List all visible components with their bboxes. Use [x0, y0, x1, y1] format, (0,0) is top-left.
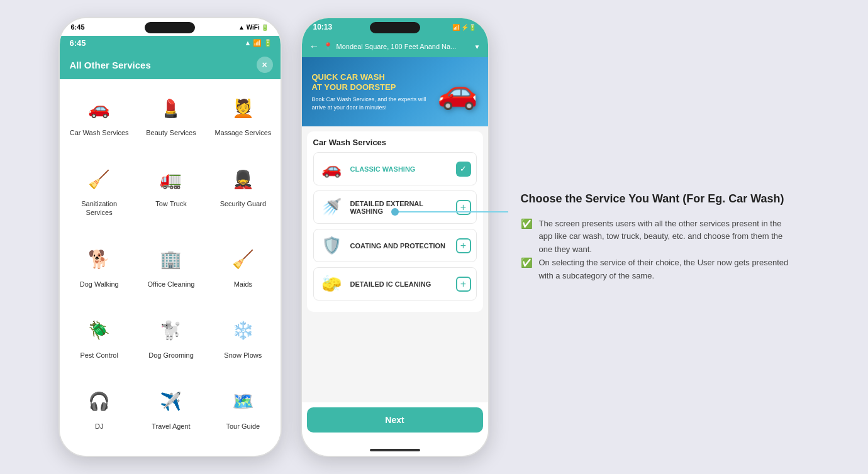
- annotation-point-text: On selecting the service of their choice…: [539, 256, 798, 283]
- right-notch-cutout: [370, 22, 420, 33]
- wash-service-name: DETAILED IC CLEANING: [350, 280, 456, 288]
- notch-cutout: [145, 22, 195, 33]
- service-item-label: Dog Walking: [80, 280, 119, 289]
- service-icon: 🪲: [83, 314, 116, 347]
- plus-icon[interactable]: +: [456, 277, 471, 292]
- location-chevron-icon[interactable]: ▼: [474, 43, 481, 50]
- right-status-icons: 📶 ⚡🔋: [452, 24, 477, 31]
- wash-service-name: CLASSIC WASHING: [350, 165, 456, 173]
- service-icon: ✈️: [155, 385, 187, 418]
- service-item-label: Tow Truck: [155, 199, 187, 208]
- banner-title: QUICK CAR WASHAT YOUR DOORSTEP: [312, 72, 437, 94]
- plus-icon[interactable]: +: [456, 238, 471, 253]
- service-grid-item[interactable]: 💄 Beauty Services: [136, 84, 206, 153]
- left-status-bar: 6:45 ▲ 📶 🔋: [60, 36, 282, 50]
- wash-service-item[interactable]: 🚿 DETAILED EXTERNAL WASHING +: [313, 190, 477, 224]
- annotation-point: ✅ On selecting the service of their choi…: [521, 256, 798, 283]
- location-bar: ← 📍 Mondeal Square, 100 Feet Anand Na...…: [302, 36, 488, 57]
- wash-service-icon: 🛡️: [319, 236, 344, 255]
- service-grid-item[interactable]: 🐕 Dog Walking: [65, 236, 134, 304]
- wash-service-icon: 🚿: [319, 197, 344, 217]
- service-item-label: Security Guard: [220, 199, 266, 208]
- next-btn-container: Next: [302, 402, 488, 443]
- connector-line: [395, 211, 508, 212]
- service-item-label: Massage Services: [214, 128, 271, 137]
- service-grid-item[interactable]: 🧹 Sanitization Services: [65, 155, 134, 233]
- service-icon: 🐕: [83, 243, 116, 276]
- annotation-check-icon: ✅: [521, 257, 533, 268]
- annotation-point: ✅ The screen presents users with all the…: [521, 218, 798, 256]
- check-icon: ✓: [456, 162, 471, 177]
- annotation-check-icon: ✅: [521, 218, 533, 229]
- service-grid-item[interactable]: 🐩 Dog Grooming: [136, 307, 206, 375]
- car-wash-services-section: Car Wash Services 🚗 CLASSIC WASHING ✓ 🚿 …: [307, 131, 483, 312]
- wash-items-list: 🚗 CLASSIC WASHING ✓ 🚿 DETAILED EXTERNAL …: [313, 152, 477, 300]
- service-grid-item[interactable]: 💆 Massage Services: [208, 84, 277, 153]
- service-icon: 🧹: [83, 163, 116, 196]
- service-item-label: Sanitization Services: [69, 199, 130, 218]
- service-grid-item[interactable]: ❄️ Snow Plows: [208, 307, 277, 375]
- service-item-label: Beauty Services: [146, 128, 196, 137]
- section-title: Car Wash Services: [313, 138, 477, 147]
- service-item-label: Tour Guide: [226, 422, 260, 431]
- services-grid: 🚗 Car Wash Services 💄 Beauty Services 💆 …: [60, 79, 282, 451]
- service-item-label: Car Wash Services: [70, 128, 129, 137]
- service-grid-item[interactable]: 💂 Security Guard: [208, 155, 277, 233]
- service-icon: ❄️: [226, 314, 259, 347]
- service-grid-item[interactable]: 🧹 Maids: [208, 236, 277, 304]
- service-grid-item[interactable]: 🚛 Tow Truck: [136, 155, 206, 233]
- wash-service-item[interactable]: 🚗 CLASSIC WASHING ✓: [313, 152, 477, 185]
- location-pin-icon: 📍: [323, 42, 333, 51]
- right-phone: 10:13 📶 ⚡🔋 ← 📍 Mondeal Square, 100 Feet …: [301, 17, 489, 457]
- left-phone: 6:45 ▲ WiFi 🔋 6:45 ▲ 📶 🔋 All Other Servi…: [58, 17, 282, 457]
- wash-service-icon: 🚗: [319, 159, 344, 179]
- service-grid-item[interactable]: 🏢 Office Cleaning: [136, 236, 206, 304]
- location-text: Mondeal Square, 100 Feet Anand Na...: [337, 43, 470, 50]
- service-item-label: Pest Control: [80, 351, 118, 360]
- next-button[interactable]: Next: [307, 407, 483, 433]
- back-arrow-icon[interactable]: ←: [309, 41, 320, 52]
- service-item-label: Travel Agent: [152, 422, 190, 431]
- service-grid-item[interactable]: 🗺️ Tour Guide: [208, 378, 277, 446]
- wash-service-name: COATING AND PROTECTION: [350, 242, 456, 250]
- wash-service-item[interactable]: 🧽 DETAILED IC CLEANING +: [313, 267, 477, 300]
- left-status-icons: ▲ WiFi 🔋: [238, 24, 269, 31]
- service-icon: 🧹: [226, 243, 259, 276]
- right-notch: 10:13 📶 ⚡🔋: [302, 18, 488, 36]
- service-grid-item[interactable]: ✈️ Travel Agent: [136, 378, 206, 446]
- service-icon: 💂: [226, 163, 259, 196]
- service-item-label: Dog Grooming: [148, 351, 194, 360]
- close-button[interactable]: ×: [257, 57, 273, 73]
- service-item-label: Office Cleaning: [147, 280, 194, 289]
- service-icon: 🎧: [83, 385, 116, 418]
- service-grid-item[interactable]: 🪲 Pest Control: [65, 307, 134, 375]
- service-icon: 🏢: [155, 243, 187, 276]
- right-time: 10:13: [313, 23, 333, 31]
- banner-car-illustration: 🚗: [437, 73, 478, 111]
- service-icon: 🗺️: [226, 385, 259, 418]
- service-icon: 🐩: [155, 314, 187, 347]
- banner-text-block: QUICK CAR WASHAT YOUR DOORSTEP Book Car …: [312, 72, 437, 112]
- connector-dot: [391, 208, 399, 216]
- banner-subtitle: Book Car Wash Services, and the experts …: [312, 96, 437, 111]
- service-grid-item[interactable]: 🚗 Car Wash Services: [65, 84, 134, 153]
- annotation-points: ✅ The screen presents users with all the…: [521, 218, 798, 283]
- wash-service-icon: 🧽: [319, 274, 344, 294]
- right-content: QUICK CAR WASHAT YOUR DOORSTEP Book Car …: [302, 57, 488, 402]
- left-time: 6:45: [71, 23, 85, 31]
- service-item-label: Snow Plows: [224, 351, 262, 360]
- wash-service-item[interactable]: 🛡️ COATING AND PROTECTION +: [313, 229, 477, 262]
- annotation-point-text: The screen presents users with all the o…: [539, 218, 798, 256]
- right-home-indicator: [370, 449, 420, 451]
- left-time-bar: 6:45: [70, 38, 86, 48]
- left-header-title: All Other Services: [70, 60, 151, 70]
- service-item-label: Maids: [234, 280, 252, 289]
- annotation-panel: Choose the Service You Want (For Eg. Car…: [508, 179, 810, 295]
- annotation-title: Choose the Service You Want (For Eg. Car…: [521, 191, 798, 207]
- service-grid-item[interactable]: 🎧 DJ: [65, 378, 134, 446]
- service-icon: 💆: [226, 92, 259, 124]
- left-bottom-bar: [60, 451, 282, 457]
- left-notch: 6:45 ▲ WiFi 🔋: [60, 18, 281, 36]
- service-icon: 💄: [155, 92, 187, 124]
- right-bottom-bar: [302, 443, 488, 457]
